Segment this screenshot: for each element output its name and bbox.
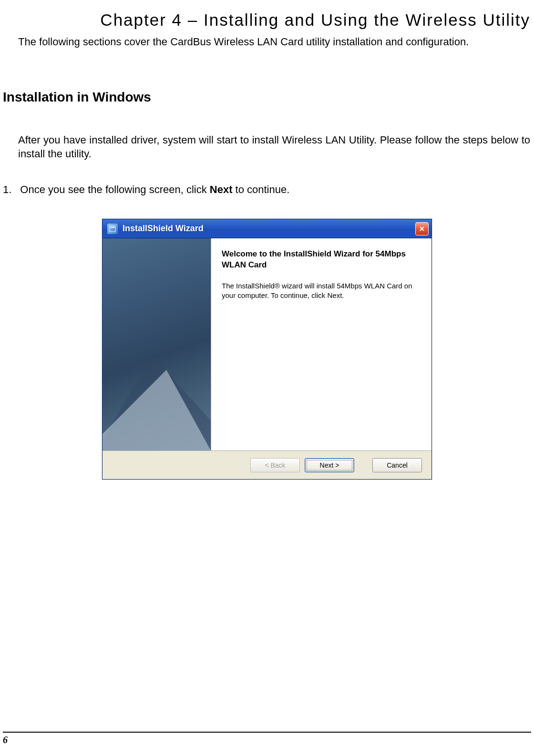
chapter-title: Chapter 4 – Installing and Using the Wir… (0, 9, 534, 35)
installshield-wizard-window: InstallShield Wizard Welcome to the Inst… (102, 219, 432, 480)
wizard-content: Welcome to the InstallShield Wizard for … (211, 238, 431, 450)
page-footer: 6 (0, 732, 534, 746)
side-panel-graphic (103, 238, 211, 450)
wizard-body: Welcome to the InstallShield Wizard for … (103, 238, 431, 450)
step-bold: Next (210, 184, 233, 195)
step-1: 1. Once you see the following screen, cl… (0, 161, 534, 196)
body-paragraph: After you have installed driver, system … (0, 105, 534, 161)
svg-rect-0 (110, 226, 115, 232)
intro-paragraph: The following sections cover the CardBus… (0, 35, 534, 49)
page-number: 6 (3, 735, 531, 746)
screenshot-container: InstallShield Wizard Welcome to the Inst… (0, 196, 534, 480)
section-heading: Installation in Windows (0, 49, 534, 105)
step-suffix: to continue. (232, 184, 289, 195)
close-button[interactable] (415, 222, 429, 235)
window-title: InstallShield Wizard (123, 224, 411, 234)
step-prefix: Once you see the following screen, click (20, 184, 209, 195)
close-icon (420, 226, 424, 231)
step-number: 1. (3, 184, 11, 196)
next-button[interactable]: Next > (305, 458, 354, 472)
footer-rule (3, 732, 531, 733)
cancel-button[interactable]: Cancel (372, 458, 422, 472)
svg-rect-1 (111, 227, 114, 228)
app-icon (107, 224, 118, 234)
step-text: Once you see the following screen, click… (20, 184, 530, 196)
welcome-description: The InstallShield® wizard will install 5… (222, 281, 421, 301)
welcome-heading: Welcome to the InstallShield Wizard for … (222, 249, 421, 271)
window-titlebar[interactable]: InstallShield Wizard (103, 219, 431, 238)
wizard-button-bar: < Back Next > Cancel (103, 450, 431, 479)
back-button: < Back (250, 458, 300, 472)
